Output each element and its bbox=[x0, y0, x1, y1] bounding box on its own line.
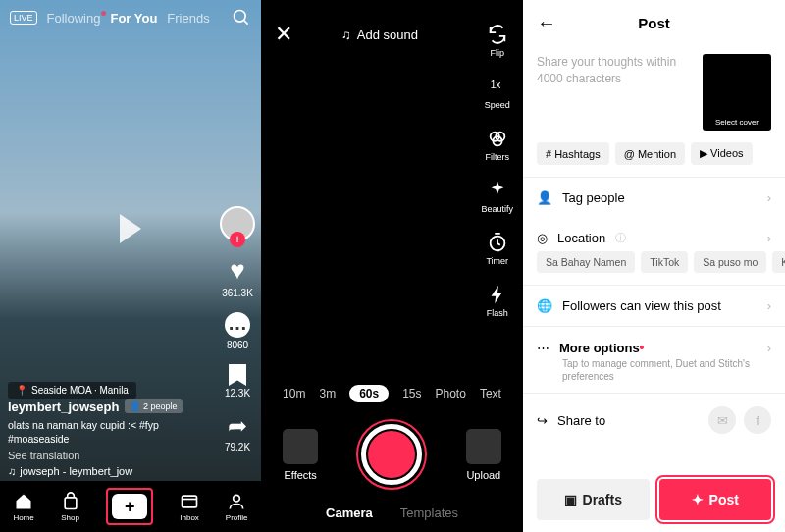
nav-friends[interactable]: Friends bbox=[167, 11, 209, 26]
share-icon: ↪ bbox=[537, 413, 548, 428]
svg-rect-2 bbox=[65, 497, 77, 508]
mode-camera[interactable]: Camera bbox=[326, 505, 373, 520]
share-button[interactable]: 79.2K bbox=[225, 412, 250, 452]
location-suggestions: Sa Bahay Namen TikTok Sa puso mo KAHIT S… bbox=[523, 251, 785, 285]
svg-line-1 bbox=[244, 21, 248, 25]
live-badge[interactable]: LIVE bbox=[10, 11, 37, 25]
nav-for-you[interactable]: For You bbox=[110, 11, 157, 26]
flash-tool[interactable]: Flash bbox=[481, 284, 513, 318]
chip-hashtags[interactable]: # Hashtags bbox=[537, 142, 609, 165]
flip-tool[interactable]: Flip bbox=[481, 24, 513, 58]
play-icon[interactable] bbox=[120, 214, 141, 243]
duration-3m[interactable]: 3m bbox=[319, 387, 336, 400]
chevron-right-icon: › bbox=[767, 298, 771, 313]
search-icon[interactable] bbox=[232, 8, 251, 27]
comment-icon bbox=[225, 312, 250, 338]
bottom-nav: Home Shop + Inbox Profile bbox=[0, 481, 261, 532]
close-icon[interactable]: ✕ bbox=[275, 22, 292, 47]
post-button[interactable]: ✦Post bbox=[659, 479, 772, 520]
share-to-row: ↪Share to ✉ f bbox=[523, 394, 785, 447]
author-avatar[interactable] bbox=[220, 206, 255, 241]
duration-photo[interactable]: Photo bbox=[436, 387, 466, 400]
effects-button[interactable]: Effects bbox=[283, 429, 318, 481]
share-icon bbox=[228, 412, 247, 440]
chevron-right-icon: › bbox=[767, 190, 771, 205]
mode-row: Camera Templates bbox=[261, 505, 523, 520]
pin-icon: 📍 bbox=[16, 385, 27, 396]
chevron-right-icon: › bbox=[767, 341, 771, 355]
nav-profile[interactable]: Profile bbox=[226, 492, 248, 522]
duration-text[interactable]: Text bbox=[480, 387, 501, 400]
like-button[interactable]: 361.3K bbox=[222, 255, 253, 298]
nav-shop[interactable]: Shop bbox=[61, 492, 80, 522]
duration-10m[interactable]: 10m bbox=[283, 387, 305, 400]
globe-icon: 🌐 bbox=[537, 298, 552, 313]
speed-tool[interactable]: 1xSpeed bbox=[481, 76, 513, 110]
camera-tools: Flip 1xSpeed Filters Beautify Timer Flas… bbox=[481, 24, 513, 318]
timer-tool[interactable]: Timer bbox=[481, 232, 513, 266]
feed-screen: LIVE Following For You Friends 361.3K 80… bbox=[0, 0, 261, 532]
post-screen: ← Post Share your thoughts within 4000 c… bbox=[523, 0, 785, 532]
filters-tool[interactable]: Filters bbox=[481, 128, 513, 162]
drafts-icon: ▣ bbox=[564, 492, 577, 507]
bookmark-button[interactable]: 12.3K bbox=[225, 364, 250, 399]
loc-sug[interactable]: Sa Bahay Namen bbox=[537, 251, 635, 273]
music-row[interactable]: ♫jowseph - leymbert_jow bbox=[8, 465, 206, 477]
add-sound-button[interactable]: ♫Add sound bbox=[341, 27, 418, 42]
video-info: leymbert_jowseph 👤 2 people olats na nam… bbox=[8, 399, 206, 477]
username[interactable]: leymbert_jowseph bbox=[8, 399, 119, 414]
more-options-row[interactable]: ⋯More options•› bbox=[523, 327, 785, 357]
chevron-right-icon: › bbox=[767, 231, 771, 245]
duration-60s[interactable]: 60s bbox=[349, 385, 389, 402]
see-translation[interactable]: See translation bbox=[8, 450, 206, 461]
location-pill[interactable]: 📍Seaside MOA · Manila bbox=[8, 382, 136, 399]
chip-mention[interactable]: @ Mention bbox=[615, 142, 685, 165]
record-button[interactable] bbox=[361, 424, 422, 485]
create-button[interactable]: + bbox=[106, 488, 153, 525]
svg-text:1x: 1x bbox=[490, 80, 500, 90]
location-row[interactable]: ◎Locationⓘ› bbox=[523, 218, 785, 251]
comment-button[interactable]: 8060 bbox=[225, 312, 250, 350]
heart-icon bbox=[230, 255, 244, 286]
dots-icon: ⋯ bbox=[537, 341, 550, 355]
duration-15s[interactable]: 15s bbox=[402, 387, 421, 400]
loc-sug[interactable]: TikTok bbox=[641, 251, 688, 273]
caption: olats na naman kay cupid :< #fyp #moasea… bbox=[8, 418, 206, 447]
tag-people-row[interactable]: 👤Tag people› bbox=[523, 178, 785, 218]
plus-icon: + bbox=[112, 494, 147, 519]
pin-icon: ◎ bbox=[537, 231, 548, 245]
share-messenger[interactable]: ✉ bbox=[708, 406, 736, 434]
share-facebook[interactable]: f bbox=[744, 406, 771, 434]
top-nav: LIVE Following For You Friends bbox=[0, 8, 261, 27]
sparkle-icon: ✦ bbox=[692, 492, 704, 507]
music-icon: ♫ bbox=[8, 465, 16, 477]
visibility-row[interactable]: 🌐Followers can view this post› bbox=[523, 286, 785, 326]
svg-rect-3 bbox=[183, 496, 197, 507]
bookmark-icon bbox=[229, 364, 246, 386]
select-cover[interactable]: Select cover bbox=[703, 54, 771, 131]
nav-inbox[interactable]: Inbox bbox=[180, 492, 199, 522]
beautify-tool[interactable]: Beautify bbox=[481, 180, 513, 214]
loc-sug[interactable]: KAHIT SA bbox=[772, 251, 785, 273]
drafts-button[interactable]: ▣Drafts bbox=[537, 479, 650, 520]
camera-screen: ✕ ♫Add sound Flip 1xSpeed Filters Beauti… bbox=[261, 0, 523, 532]
svg-point-4 bbox=[234, 495, 240, 502]
caption-input[interactable]: Share your thoughts within 4000 characte… bbox=[537, 54, 693, 131]
people-count[interactable]: 👤 2 people bbox=[125, 399, 182, 413]
person-icon: 👤 bbox=[537, 190, 552, 205]
music-icon: ♫ bbox=[341, 27, 351, 42]
loc-sug[interactable]: Sa puso mo bbox=[694, 251, 766, 273]
upload-button[interactable]: Upload bbox=[466, 429, 501, 481]
svg-point-0 bbox=[235, 11, 246, 23]
nav-home[interactable]: Home bbox=[13, 492, 33, 522]
more-options-sub: Tap to manage comment, Duet and Stitch's… bbox=[523, 357, 785, 393]
action-rail: 361.3K 8060 12.3K 79.2K bbox=[220, 206, 255, 452]
nav-following[interactable]: Following bbox=[47, 11, 101, 26]
chip-videos[interactable]: ▶ Videos bbox=[691, 142, 753, 165]
duration-row: 10m 3m 60s 15s Photo Text bbox=[261, 385, 523, 402]
mode-templates[interactable]: Templates bbox=[400, 505, 458, 520]
page-title: Post bbox=[537, 15, 771, 31]
